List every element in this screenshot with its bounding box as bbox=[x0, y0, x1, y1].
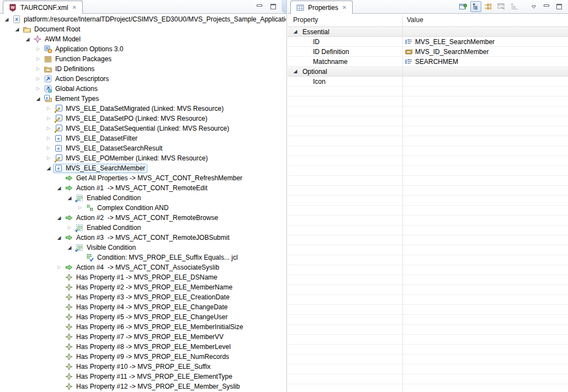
tree-item-body[interactable]: Complex Condition AND bbox=[84, 203, 171, 213]
collapse-arrow-icon[interactable]: ◢ bbox=[55, 213, 63, 223]
expand-arrow-icon[interactable]: ▷ bbox=[34, 84, 43, 94]
view-menu-button[interactable] bbox=[528, 1, 539, 12]
collapse-arrow-icon[interactable]: ◢ bbox=[13, 24, 22, 34]
tree-item-body[interactable]: Enabled Condition bbox=[74, 194, 143, 203]
tree-item-body[interactable]: eMVS_ELE_DataSetPO (Linked: MVS Resource… bbox=[53, 114, 210, 123]
pin-view-button[interactable] bbox=[458, 1, 469, 12]
tree-item[interactable]: ◢Action #2 -> MVS_ACT_CONT_RemoteBrowse bbox=[0, 213, 286, 223]
expand-arrow-icon[interactable]: ▷ bbox=[65, 223, 74, 233]
expand-arrow-icon[interactable]: ▷ bbox=[44, 133, 53, 143]
tree-item-body[interactable]: Has Property #3 -> MVS_PROP_ELE_Creation… bbox=[63, 293, 232, 302]
tree-item[interactable]: ◢Action #3 -> MVS_ACT_CONT_RemoteJOBSubm… bbox=[0, 233, 286, 243]
tree-item[interactable]: ▷eMVS_ELE_DataSetSequential (Linked: MVS… bbox=[0, 123, 286, 133]
tree-item[interactable]: ▷Global Actions bbox=[0, 84, 286, 94]
tree-item-body[interactable]: eMVS_ELE_DatasetSearchResult bbox=[53, 144, 164, 153]
collapse-arrow-icon[interactable]: ◢ bbox=[55, 183, 63, 193]
restore-default-button[interactable] bbox=[496, 1, 507, 12]
tree-item[interactable]: Has Property #6 -> MVS_PROP_ELE_MemberIn… bbox=[0, 322, 286, 332]
tree-item-body[interactable]: Has Property #5 -> MVS_PROP_ELE_ChangeUs… bbox=[63, 313, 230, 322]
tree-item[interactable]: Has Property #12 -> MVS_PROP_ELE_Member_… bbox=[0, 382, 286, 391]
maximize-button[interactable] bbox=[554, 1, 565, 12]
tree-item-body[interactable]: Visible Condition bbox=[74, 243, 138, 253]
tree-item-body[interactable]: Action Descriptors bbox=[43, 74, 111, 84]
minimize-button[interactable] bbox=[541, 1, 552, 12]
tree-item[interactable]: ◢AWM Model bbox=[0, 34, 286, 44]
tree-item-body[interactable]: Action #1 -> MVS_ACT_CONT_RemoteEdit bbox=[63, 184, 210, 193]
maximize-icon[interactable] bbox=[269, 2, 278, 11]
property-value[interactable]: SEARCHMEM bbox=[405, 57, 458, 66]
tree-item[interactable]: ▷eMVS_ELE_DatasetSearchResult bbox=[0, 143, 286, 153]
expand-arrow-icon[interactable]: ▷ bbox=[34, 54, 43, 64]
tree-item[interactable]: ◢eElement Types bbox=[0, 94, 286, 104]
tree-item[interactable]: ◢Xplatform:/resource/InternalTDProject/C… bbox=[0, 14, 286, 24]
property-row[interactable]: IDMVS_ELE_SearchMember bbox=[288, 37, 568, 47]
collapse-arrow-icon[interactable]: ◢ bbox=[65, 193, 74, 203]
collapse-arrow-icon[interactable]: ◢ bbox=[292, 27, 299, 36]
tree-item[interactable]: Has Property #1 -> MVS_PROP_ELE_DSName bbox=[0, 272, 286, 282]
tree-item[interactable]: ▷ID Definitions bbox=[0, 64, 286, 74]
show-advanced-button[interactable] bbox=[483, 1, 494, 12]
tree-item[interactable]: ▷Function Packages bbox=[0, 54, 286, 64]
tab-properties[interactable]: Properties ✕ bbox=[290, 1, 353, 14]
tree-item[interactable]: ▷eMVS_ELE_DataSetMigrated (Linked: MVS R… bbox=[0, 104, 286, 114]
property-row[interactable]: MatchnameSEARCHMEM bbox=[288, 57, 568, 67]
tree-item-body[interactable]: eMVS_ELE_DataSetSequential (Linked: MVS … bbox=[53, 124, 231, 133]
tree-item[interactable]: ◢Visible Condition bbox=[0, 243, 286, 253]
property-category-row[interactable]: ◢Optional bbox=[288, 67, 568, 77]
tree-item[interactable]: Get All Properties -> MVS_ACT_CONT_Refre… bbox=[0, 173, 286, 183]
expand-arrow-icon[interactable]: ▷ bbox=[34, 64, 43, 74]
tree-item-body[interactable]: Has Property #8 -> MVS_PROP_ELE_MemberLe… bbox=[63, 342, 233, 352]
tree-item[interactable]: ▷eMVS_ELE_POMember (Linked: MVS Resource… bbox=[0, 153, 286, 163]
tree-item[interactable]: Has Property #5 -> MVS_PROP_ELE_ChangeUs… bbox=[0, 312, 286, 322]
tree-item-body-selected[interactable]: eMVS_ELE_SearchMember bbox=[53, 164, 147, 173]
expand-arrow-icon[interactable]: ▷ bbox=[44, 143, 53, 153]
tree-item[interactable]: Has Property #8 -> MVS_PROP_ELE_MemberLe… bbox=[0, 342, 286, 352]
property-row[interactable]: Icon bbox=[288, 77, 568, 87]
tree-item[interactable]: ◢Action #1 -> MVS_ACT_CONT_RemoteEdit bbox=[0, 183, 286, 193]
tree-item[interactable]: ◢Document Root bbox=[0, 24, 286, 34]
tree-item-body[interactable]: Action #4 -> MVS_ACT_CONT_AssociateSysli… bbox=[63, 263, 221, 272]
tree-item[interactable]: ◢Enabled Condition bbox=[0, 193, 286, 203]
property-category-row[interactable]: ◢Essential bbox=[288, 27, 568, 37]
tree-item-body[interactable]: Has Property #4 -> MVS_PROP_ELE_ChangeDa… bbox=[63, 303, 230, 312]
tree-item-body[interactable]: Has Property #12 -> MVS_PROP_ELE_Member_… bbox=[63, 382, 242, 391]
tree-item-body[interactable]: Action #3 -> MVS_ACT_CONT_RemoteJOBSubmi… bbox=[63, 233, 232, 243]
tree-item-body[interactable]: eMVS_ELE_POMember (Linked: MVS Resource) bbox=[53, 154, 210, 163]
tree-item-body[interactable]: AWM Model bbox=[32, 35, 83, 44]
tree-item[interactable]: ▷Enabled Condition bbox=[0, 223, 286, 233]
property-value[interactable]: MVS_ID_SearchMember bbox=[405, 47, 489, 56]
tree-item-body[interactable]: Application Options 3.0 bbox=[43, 45, 125, 54]
tree-item-body[interactable]: Has Property #9 -> MVS_PROP_ELE_NumRecor… bbox=[63, 352, 231, 362]
tree-item-body[interactable]: Global Actions bbox=[43, 84, 100, 94]
tree-item[interactable]: Has Property #11 -> MVS_PROP_ELE_Element… bbox=[0, 372, 286, 382]
tree-item-body[interactable]: Has Property #2 -> MVS_PROP_ELE_MemberNa… bbox=[63, 283, 235, 292]
tree-item-body[interactable]: Xplatform:/resource/InternalTDProject/CS… bbox=[11, 15, 286, 24]
expand-arrow-icon[interactable]: ▷ bbox=[34, 74, 43, 84]
expand-arrow-icon[interactable]: ▷ bbox=[44, 104, 53, 114]
tree-item-body[interactable]: Condition: MVS_PROP_ELE_Suffix Equals...… bbox=[84, 253, 240, 262]
tree-item[interactable]: Has Property #9 -> MVS_PROP_ELE_NumRecor… bbox=[0, 352, 286, 362]
expand-arrow-icon[interactable]: ▷ bbox=[44, 153, 53, 163]
tree-item-body[interactable]: ID Definitions bbox=[43, 65, 97, 74]
tree-item-body[interactable]: Function Packages bbox=[43, 55, 114, 64]
expand-arrow-icon[interactable]: ▷ bbox=[44, 123, 53, 133]
tree-item-body[interactable]: Has Property #7 -> MVS_PROP_ELE_MemberVV bbox=[63, 332, 226, 342]
tree-item[interactable]: ▷eMVS_ELE_DataSetPO (Linked: MVS Resourc… bbox=[0, 114, 286, 123]
column-header-property[interactable]: Property bbox=[293, 16, 318, 24]
collapse-tree-button[interactable] bbox=[508, 1, 519, 12]
property-row[interactable]: ID DefinitionMVS_ID_SearchMember bbox=[288, 47, 568, 57]
expand-arrow-icon[interactable]: ▷ bbox=[76, 203, 84, 213]
close-icon[interactable]: ✕ bbox=[342, 4, 347, 11]
tree-item[interactable]: ▷Action Descriptors bbox=[0, 74, 286, 84]
minimize-icon[interactable] bbox=[255, 2, 264, 11]
tree-item[interactable]: Has Property #3 -> MVS_PROP_ELE_Creation… bbox=[0, 292, 286, 302]
collapse-arrow-icon[interactable]: ◢ bbox=[65, 243, 74, 253]
collapse-arrow-icon[interactable]: ◢ bbox=[23, 34, 32, 44]
tree-item[interactable]: Condition: MVS_PROP_ELE_Suffix Equals...… bbox=[0, 253, 286, 262]
tree-item-body[interactable]: Has Property #1 -> MVS_PROP_ELE_DSName bbox=[63, 273, 220, 282]
collapse-arrow-icon[interactable]: ◢ bbox=[44, 163, 53, 173]
tree-item-body[interactable]: Has Property #6 -> MVS_PROP_ELE_MemberIn… bbox=[63, 323, 245, 332]
tree-item-body[interactable]: Has Property #11 -> MVS_PROP_ELE_Element… bbox=[63, 372, 235, 382]
expand-arrow-icon[interactable]: ▷ bbox=[55, 262, 63, 272]
tree-item-body[interactable]: Has Property #10 -> MVS_PROP_ELE_Suffix bbox=[63, 362, 213, 372]
